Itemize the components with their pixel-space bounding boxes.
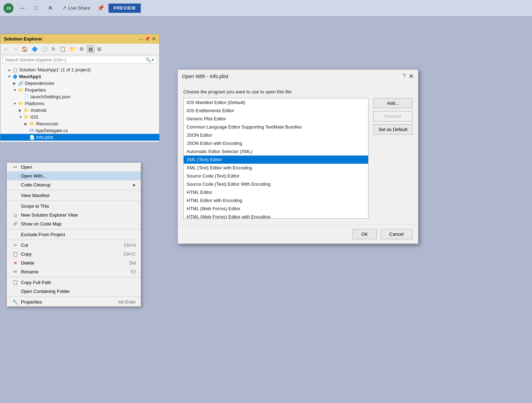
tree-item-dependencies[interactable]: ▶ 🔗 Dependencies [0,80,159,87]
tree-item-appdelegate[interactable]: C# AppDelegate.cs [0,127,159,134]
solution-explorer-header: Solution Explorer ─ 📌 ✕ [0,34,159,44]
dialog-close-button[interactable]: ✕ [409,72,414,80]
program-html-encoding[interactable]: HTML Editor with Encoding [184,196,368,205]
forward-button[interactable]: → [11,45,19,53]
live-share-button[interactable]: ↗ Live Share [60,4,93,12]
tree-item-resources[interactable]: ▶ 📁 Resources [0,120,159,127]
settings-button[interactable]: ⚙ [78,45,85,53]
dialog-side-buttons: Add... Remove Set as Default [373,98,412,219]
program-auto-xml[interactable]: Automatic Editor Selector (XML) [184,147,368,156]
cm-code-cleanup[interactable]: Code Cleanup ▶ [7,180,141,189]
tree-item-solution[interactable]: ▲ 📋 Solution 'MauiApp1' (1 of 1 project) [0,66,159,73]
program-common-language[interactable]: Common Language Editor Supporting TextMa… [184,123,368,131]
cm-new-solution-label: New Solution Explorer View [21,212,136,218]
copy-button2[interactable]: 📋 [58,45,67,53]
pin-header-icon[interactable]: ─ [139,36,143,42]
program-html-webforms[interactable]: HTML (Web Forms) Editor [184,205,368,213]
cm-open-containing-folder[interactable]: Open Containing Folder [7,287,141,296]
cm-open[interactable]: ↩ Open [7,163,141,171]
program-xml-encoding[interactable]: XML (Text) Editor with Encoding [184,164,368,172]
cm-rename-label: Rename [21,269,124,274]
dialog-help-icon[interactable]: ? [403,72,406,80]
infoplist-icon: 📄 [29,135,35,140]
android-label: Android [31,108,46,113]
folder-button[interactable]: 📁 [68,45,77,53]
dialog-list-container: iOS Manifest Editor (Default) iOS Entitl… [183,98,412,219]
tree-item-properties[interactable]: ▼ 📁 Properties [0,87,159,93]
cm-cut[interactable]: ✂ Cut Ctrl+X [7,241,141,250]
delete-icon: ✕ [12,260,19,266]
preview-button[interactable]: PREVIEW [109,4,140,13]
solution-explorer-title: Solution Explorer [4,36,139,42]
cm-properties[interactable]: 🔧 Properties Alt+Enter [7,298,141,306]
close-button[interactable]: ✕ [45,3,55,13]
platforms-label: Platforms [25,101,44,106]
dialog-body: Choose the program you want to use to op… [178,83,418,224]
minimize-button[interactable]: ─ [18,4,27,13]
cm-delete[interactable]: ✕ Delete Del [7,258,141,267]
program-html-webforms-encoding[interactable]: HTML (Web Forms) Editor with Encoding [184,213,368,219]
separator-4 [7,240,141,240]
program-json-editor[interactable]: JSON Editor [184,131,368,139]
remove-button[interactable]: Remove [373,111,412,121]
tree-item-launchsettings[interactable]: 📄 launchSettings.json [0,93,159,100]
solution-icon: 📋 [12,67,18,72]
tree-item-mauiapp1[interactable]: ▼ 🔷 MauiApp1 [0,73,159,80]
program-generic-plist[interactable]: Generic Plist Editor [184,115,368,123]
expand-dependencies: ▶ [13,81,17,85]
solution-explorer-panel: Solution Explorer ─ 📌 ✕ ← → 🏠 🔷 🕐 ↻ 📋 📁 … [0,34,160,142]
appdelegate-icon: C# [29,129,34,132]
cm-open-folder-label: Open Containing Folder [21,289,136,294]
copy-icon: 📋 [12,251,19,257]
separator-1 [7,190,141,190]
cm-view-manifest[interactable]: View Manifest [7,191,141,200]
home-button[interactable]: 🏠 [20,45,29,53]
search-dropdown-icon[interactable]: ▼ [151,58,155,62]
cm-exclude[interactable]: Exclude From Project [7,230,141,239]
view-button[interactable]: ⊞ [96,45,103,53]
tree-item-infoplist[interactable]: 📄 Info.plist [0,134,159,141]
android-icon: 📁 [24,108,29,113]
cm-delete-label: Delete [21,260,122,266]
program-html-editor[interactable]: HTML Editor [184,188,368,196]
cm-code-cleanup-label: Code Cleanup [21,182,133,187]
search-input[interactable] [5,58,145,62]
cm-show-code-map[interactable]: 🔗 Show on Code Map [7,219,141,228]
code-cleanup-icon [12,182,19,187]
history-button[interactable]: 🕐 [40,45,49,53]
refresh-button[interactable]: ↻ [50,45,57,53]
tree-item-android[interactable]: ▶ 📁 Android [0,107,159,114]
expand-resources: ▶ [24,122,29,126]
cancel-button[interactable]: Cancel [381,229,412,239]
highlight-button[interactable]: ▦ [87,45,95,53]
cm-copy[interactable]: 📋 Copy Ctrl+C [7,250,141,258]
cm-open-with[interactable]: Open With... [7,171,141,180]
add-button[interactable]: Add... [373,98,412,108]
cm-scope-to-this[interactable]: Scope to This [7,202,141,211]
back-button[interactable]: ← [2,45,10,53]
cm-new-solution-explorer[interactable]: 🗂 New Solution Explorer View [7,211,141,219]
program-json-encoding[interactable]: JSON Editor with Encoding [184,139,368,147]
ok-button[interactable]: OK [353,229,377,239]
properties-button[interactable]: 🔷 [30,45,39,53]
cm-rename[interactable]: ✏ Rename F2 [7,267,141,276]
program-source-encoding[interactable]: Source Code (Text) Editor With Encoding [184,180,368,188]
separator-2 [7,201,141,201]
search-bar: 🔍 ▼ [2,56,157,64]
dialog-program-list[interactable]: iOS Manifest Editor (Default) iOS Entitl… [183,98,368,219]
tree-item-platforms[interactable]: ▼ 📁 Platforms [0,100,159,107]
program-ios-entitlements[interactable]: iOS Entitlements Editor [184,107,368,115]
program-ios-manifest[interactable]: iOS Manifest Editor (Default) [184,98,368,107]
close-panel-icon[interactable]: ✕ [152,36,156,42]
set-default-button[interactable]: Set as Default [373,124,412,135]
solution-label: Solution 'MauiApp1' (1 of 1 project) [19,67,91,72]
cm-copy-full-path[interactable]: 📋 Copy Full Path [7,278,141,287]
tree-item-ios[interactable]: ▼ 📁 iOS [0,114,159,120]
exclude-icon [12,232,19,237]
copy-path-icon: 📋 [12,280,19,285]
program-xml-text[interactable]: XML (Text) Editor [184,156,368,164]
expand-infoplist [24,135,29,139]
maximize-button[interactable]: □ [32,4,41,13]
pin-icon2[interactable]: 📌 [144,36,150,42]
program-source-code[interactable]: Source Code (Text) Editor [184,172,368,180]
